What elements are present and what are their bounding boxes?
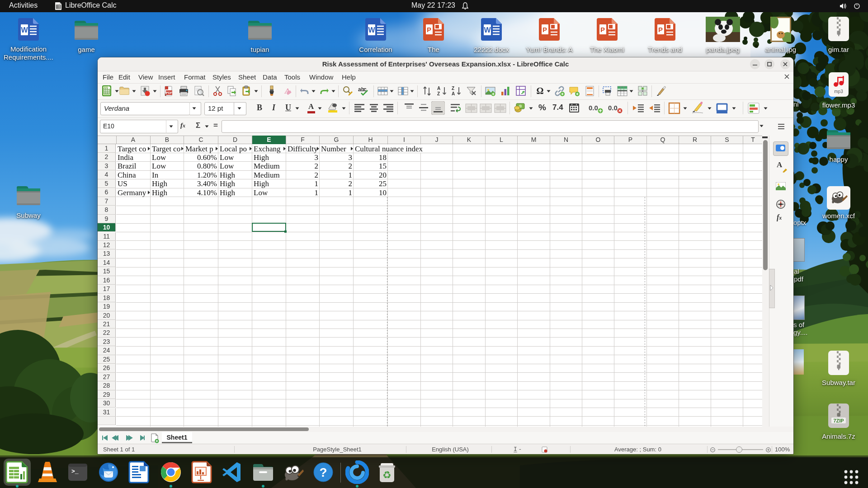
svg-text:mp3: mp3 xyxy=(834,89,843,94)
svg-text:Ω: Ω xyxy=(536,86,543,96)
svg-text:♻: ♻ xyxy=(382,469,392,481)
svg-text:>_: >_ xyxy=(71,468,79,475)
svg-text:?: ? xyxy=(319,465,327,479)
svg-text:PDF: PDF xyxy=(166,91,173,94)
svg-text:A: A xyxy=(452,91,455,96)
svg-text:P: P xyxy=(542,26,547,33)
svg-text:P: P xyxy=(658,26,663,33)
svg-text:W: W xyxy=(368,26,375,34)
svg-text:7ZIP: 7ZIP xyxy=(833,418,844,423)
svg-text:A: A xyxy=(437,86,440,91)
svg-text:P: P xyxy=(600,26,605,33)
svg-text:P: P xyxy=(427,26,431,33)
svg-text:W: W xyxy=(484,26,491,34)
svg-text:Z: Z xyxy=(437,91,440,96)
svg-text:Z: Z xyxy=(452,86,454,91)
svg-text:W: W xyxy=(21,26,28,34)
